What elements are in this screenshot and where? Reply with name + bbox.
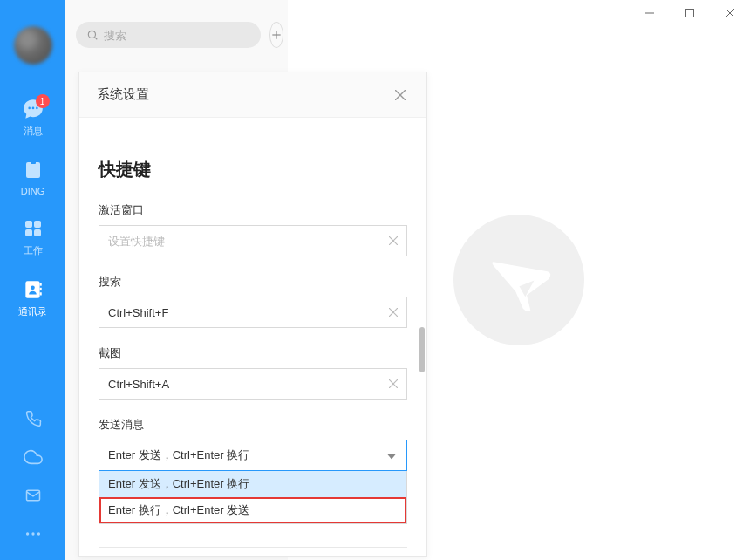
svg-point-4: [28, 107, 31, 110]
shortcut-activate-window-input[interactable]: [108, 235, 377, 248]
label-screenshot: 截图: [99, 345, 407, 361]
svg-rect-15: [39, 288, 41, 290]
label-send-message: 发送消息: [99, 417, 407, 433]
shortcut-screenshot-input[interactable]: [108, 378, 377, 391]
close-icon: [389, 236, 398, 245]
label-activate-window: 激活窗口: [99, 202, 407, 218]
panel-close-button[interactable]: [392, 86, 409, 104]
grid-icon: [22, 217, 44, 240]
phone-icon: [24, 410, 42, 427]
panel-header: 系统设置: [79, 72, 426, 118]
nav-label: DING: [21, 186, 45, 196]
search-icon: [86, 29, 99, 41]
add-button[interactable]: [269, 22, 283, 48]
truncated-prev-row: [99, 126, 407, 133]
mail-icon: [24, 487, 42, 504]
minimize-button[interactable]: [630, 0, 670, 26]
bottom-nav: [0, 400, 65, 560]
plus-icon: [270, 29, 283, 41]
close-icon: [389, 379, 398, 388]
wing-icon: [482, 243, 556, 318]
svg-point-20: [31, 532, 34, 535]
close-window-button[interactable]: [710, 0, 750, 26]
topbar: [65, 0, 288, 70]
panel-title: 系统设置: [97, 86, 149, 103]
ding-icon: [22, 159, 44, 181]
svg-rect-7: [26, 162, 40, 178]
svg-line-23: [95, 38, 98, 40]
shortcut-search-row: [99, 297, 407, 328]
svg-rect-1: [686, 10, 694, 17]
close-icon: [395, 90, 406, 100]
more-icon: [24, 524, 43, 543]
cloud-icon: [24, 447, 43, 467]
send-message-option-1[interactable]: Enter 换行，Ctrl+Enter 发送: [99, 497, 406, 523]
divider: [99, 547, 407, 548]
nav-work[interactable]: 工作: [0, 207, 65, 268]
brand-placeholder: [453, 215, 584, 345]
svg-point-5: [31, 107, 34, 110]
shortcut-screenshot-row: [99, 368, 407, 400]
shortcut-activate-window-row: [99, 225, 407, 256]
search-box[interactable]: [76, 22, 261, 48]
nav-messages[interactable]: 1 消息: [0, 87, 65, 148]
nav-label: 通讯录: [18, 305, 47, 318]
svg-point-6: [36, 107, 38, 110]
shortcut-search-input[interactable]: [108, 306, 377, 319]
badge: 1: [36, 94, 50, 108]
clear-button[interactable]: [389, 305, 398, 319]
nav-label: 工作: [24, 244, 43, 257]
label-search: 搜索: [99, 274, 407, 290]
select-value: Enter 发送，Ctrl+Enter 换行: [108, 447, 249, 463]
svg-rect-8: [31, 160, 36, 164]
section-shortcuts-title: 快捷键: [99, 158, 407, 181]
nav-phone[interactable]: [0, 400, 65, 438]
window-controls: [630, 0, 750, 26]
scrollbar-thumb[interactable]: [419, 327, 425, 372]
svg-rect-12: [34, 229, 41, 236]
svg-point-17: [31, 285, 35, 290]
send-message-option-0[interactable]: Enter 发送，Ctrl+Enter 换行: [99, 471, 406, 497]
svg-rect-11: [25, 229, 32, 236]
svg-point-21: [37, 532, 39, 535]
svg-point-19: [25, 532, 28, 535]
chat-icon: 1: [22, 98, 44, 120]
search-input[interactable]: [104, 29, 250, 42]
svg-rect-10: [34, 221, 41, 228]
send-message-select[interactable]: Enter 发送，Ctrl+Enter 换行: [99, 440, 407, 471]
settings-panel: 系统设置 快捷键 激活窗口 搜索 截图: [78, 72, 427, 557]
contacts-icon: [22, 278, 44, 301]
nav-cloud[interactable]: [0, 438, 65, 476]
svg-rect-14: [39, 283, 41, 285]
nav-contacts[interactable]: 通讯录: [0, 268, 65, 329]
chevron-down-icon: [387, 449, 396, 462]
nav-more[interactable]: [0, 515, 65, 553]
clear-button[interactable]: [389, 234, 398, 248]
maximize-button[interactable]: [670, 0, 710, 26]
nav-label: 消息: [24, 125, 43, 138]
svg-rect-9: [25, 221, 32, 228]
close-icon: [389, 308, 398, 317]
panel-body: 快捷键 激活窗口 搜索 截图 发送消息 Enter 发送，Ctrl: [79, 118, 426, 556]
sidebar: 1 消息 DING 工作 通讯录: [0, 0, 65, 560]
avatar[interactable]: [14, 26, 52, 65]
nav-mail[interactable]: [0, 476, 65, 515]
svg-point-22: [88, 31, 95, 38]
send-message-dropdown: Enter 发送，Ctrl+Enter 换行 Enter 换行，Ctrl+Ent…: [99, 471, 407, 524]
nav-ding[interactable]: DING: [0, 148, 65, 207]
svg-rect-16: [39, 292, 41, 295]
clear-button[interactable]: [389, 377, 398, 391]
